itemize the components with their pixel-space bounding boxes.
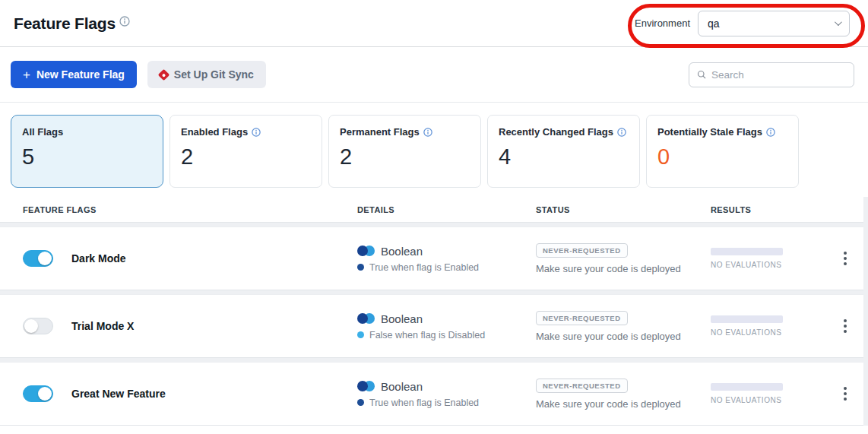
results-cell: NO EVALUATIONS	[711, 383, 834, 404]
page-title: Feature Flags	[14, 14, 116, 33]
status-badge: NEVER-REQUESTED	[536, 243, 628, 258]
table-row: Trial Mode X Boolean False when flag is …	[0, 294, 863, 358]
flag-cell: Dark Mode	[23, 250, 357, 267]
card-label: Recently Changed Flags	[499, 126, 629, 138]
card-value: 0	[657, 144, 787, 169]
status-badge: NEVER-REQUESTED	[536, 379, 628, 393]
info-icon[interactable]	[766, 128, 775, 137]
boolean-type-icon	[357, 313, 375, 324]
flag-type: Boolean	[357, 312, 536, 325]
column-header-results: RESULTS	[711, 205, 834, 214]
details-cell: Boolean False when flag is Disabled	[357, 312, 536, 341]
status-cell: NEVER-REQUESTED Make sure your code is d…	[536, 379, 711, 410]
card-label: All Flags	[22, 126, 152, 138]
boolean-type-icon	[357, 246, 375, 256]
flag-toggle[interactable]	[23, 250, 53, 267]
flag-toggle[interactable]	[23, 318, 53, 334]
git-sync-label: Set Up Git Sync	[174, 68, 254, 81]
title-wrap: Feature Flags	[14, 14, 130, 33]
status-badge: NEVER-REQUESTED	[536, 311, 628, 325]
flag-cell: Trial Mode X	[23, 318, 357, 334]
card-value: 2	[181, 144, 311, 169]
card-all-flags[interactable]: All Flags 5	[11, 115, 163, 188]
git-sync-button[interactable]: Set Up Git Sync	[147, 61, 266, 88]
environment-value: qa	[708, 17, 720, 30]
results-bar	[711, 248, 783, 255]
environment-label: Environment	[635, 17, 690, 29]
info-icon[interactable]	[423, 128, 432, 137]
card-potentially-stale-flags[interactable]: Potentially Stale Flags 0	[646, 115, 799, 188]
status-text: Make sure your code is deployed	[536, 263, 681, 274]
flag-name[interactable]: Dark Mode	[71, 252, 126, 265]
actions-cell	[834, 315, 856, 337]
stats-cards: All Flags 5 Enabled Flags 2 Permanent Fl…	[0, 103, 868, 197]
top-bar: Feature Flags Environment qa	[0, 0, 868, 47]
card-value: 5	[22, 144, 152, 169]
feature-flags-page: Feature Flags Environment qa + New Featu…	[0, 0, 868, 434]
kebab-menu-icon[interactable]	[839, 247, 851, 270]
card-permanent-flags[interactable]: Permanent Flags 2	[328, 115, 481, 188]
status-text: Make sure your code is deployed	[536, 331, 681, 342]
details-cell: Boolean True when flag is Enabled	[357, 380, 536, 408]
environment-select[interactable]: qa	[698, 11, 850, 36]
boolean-type-icon	[357, 381, 375, 391]
table-row: Dark Mode Boolean True when flag is Enab…	[0, 227, 863, 290]
environment-picker: Environment qa	[635, 11, 850, 36]
results-text: NO EVALUATIONS	[711, 328, 834, 337]
card-label: Enabled Flags	[181, 126, 311, 138]
info-icon[interactable]	[119, 16, 130, 27]
rule-dot-icon	[357, 331, 364, 338]
results-cell: NO EVALUATIONS	[711, 315, 834, 337]
flag-name[interactable]: Trial Mode X	[71, 320, 134, 332]
rule-dot-icon	[357, 399, 364, 406]
plus-icon: +	[23, 68, 30, 81]
status-cell: NEVER-REQUESTED Make sure your code is d…	[536, 311, 711, 342]
flags-table: FEATURE FLAGS DETAILS STATUS RESULTS Dar…	[0, 197, 868, 426]
chevron-down-icon	[835, 18, 842, 26]
flag-rule: True when flag is Enabled	[357, 262, 536, 273]
flag-type: Boolean	[357, 380, 536, 393]
kebab-menu-icon[interactable]	[839, 315, 851, 337]
card-enabled-flags[interactable]: Enabled Flags 2	[169, 115, 322, 188]
column-header-feature-flags: FEATURE FLAGS	[23, 205, 357, 214]
info-icon[interactable]	[252, 128, 261, 137]
table-header: FEATURE FLAGS DETAILS STATUS RESULTS	[0, 197, 863, 223]
flag-type: Boolean	[357, 245, 536, 258]
actions-cell	[834, 247, 856, 270]
table-row: Great New Feature Boolean True when flag…	[0, 362, 863, 426]
flag-name[interactable]: Great New Feature	[71, 388, 166, 400]
toolbar: + New Feature Flag Set Up Git Sync	[0, 47, 868, 103]
actions-cell	[834, 382, 856, 405]
flag-toggle[interactable]	[23, 385, 53, 402]
flag-rule: True when flag is Enabled	[357, 398, 536, 408]
details-cell: Boolean True when flag is Enabled	[357, 245, 536, 273]
info-icon[interactable]	[617, 128, 626, 137]
new-feature-flag-button[interactable]: + New Feature Flag	[11, 61, 137, 88]
flag-cell: Great New Feature	[23, 385, 357, 402]
results-text: NO EVALUATIONS	[711, 261, 834, 269]
card-value: 4	[499, 144, 629, 169]
flag-rule: False when flag is Disabled	[357, 330, 536, 341]
card-recently-changed-flags[interactable]: Recently Changed Flags 4	[487, 115, 640, 188]
status-cell: NEVER-REQUESTED Make sure your code is d…	[536, 243, 711, 274]
card-value: 2	[340, 144, 470, 169]
search-icon	[697, 69, 706, 80]
results-bar	[711, 315, 783, 323]
rule-dot-icon	[357, 264, 364, 271]
search-input[interactable]	[711, 69, 846, 81]
results-cell: NO EVALUATIONS	[711, 248, 834, 269]
new-feature-flag-label: New Feature Flag	[36, 68, 125, 81]
column-header-status: STATUS	[536, 205, 711, 214]
search-box	[689, 62, 854, 87]
results-text: NO EVALUATIONS	[711, 396, 834, 404]
card-label: Permanent Flags	[340, 126, 470, 138]
card-label: Potentially Stale Flags	[657, 126, 787, 138]
git-icon	[158, 68, 170, 81]
column-header-details: DETAILS	[357, 205, 536, 214]
status-text: Make sure your code is deployed	[536, 398, 681, 410]
kebab-menu-icon[interactable]	[839, 382, 851, 405]
results-bar	[711, 383, 783, 391]
